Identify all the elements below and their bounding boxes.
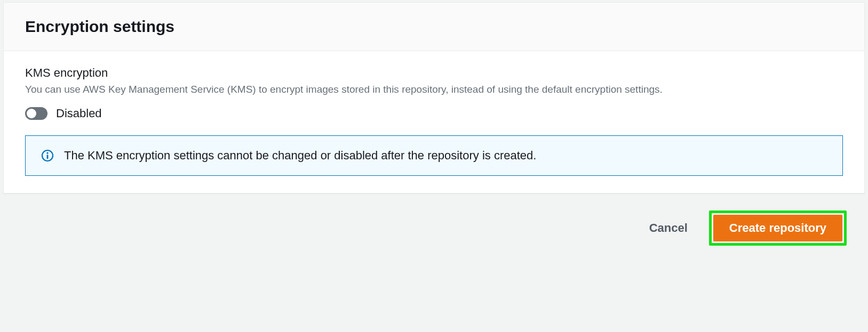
kms-encryption-label: KMS encryption — [25, 66, 843, 80]
kms-toggle-row: Disabled — [25, 107, 843, 120]
panel-header: Encryption settings — [4, 3, 864, 51]
info-alert-text: The KMS encryption settings cannot be ch… — [64, 149, 536, 163]
info-alert: The KMS encryption settings cannot be ch… — [25, 135, 843, 176]
form-actions: Cancel Create repository — [0, 193, 868, 246]
svg-rect-2 — [47, 155, 49, 159]
svg-point-1 — [46, 152, 48, 153]
panel-title: Encryption settings — [25, 18, 843, 36]
info-icon — [41, 149, 54, 163]
panel-body: KMS encryption You can use AWS Key Manag… — [4, 51, 864, 193]
kms-encryption-toggle[interactable] — [25, 107, 47, 120]
cancel-button[interactable]: Cancel — [645, 216, 692, 240]
kms-toggle-state-label: Disabled — [56, 107, 102, 120]
kms-encryption-description: You can use AWS Key Management Service (… — [25, 82, 804, 97]
toggle-knob — [27, 109, 36, 118]
encryption-settings-panel: Encryption settings KMS encryption You c… — [3, 2, 865, 193]
create-repository-button[interactable]: Create repository — [713, 215, 842, 241]
create-button-highlight: Create repository — [709, 210, 847, 246]
